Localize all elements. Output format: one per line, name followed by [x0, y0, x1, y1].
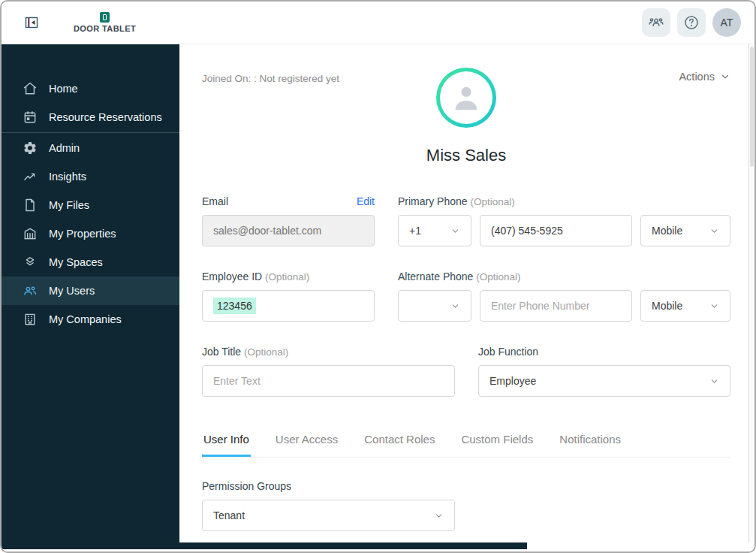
email-field[interactable]: [202, 215, 375, 246]
account-avatar[interactable]: AT: [712, 8, 741, 37]
topbar-right: AT: [642, 8, 741, 37]
sidebar-item-insights[interactable]: Insights: [2, 162, 179, 191]
sidebar-collapse-button[interactable]: [23, 14, 41, 32]
sidebar-item-label: Admin: [49, 142, 80, 154]
sidebar-item-resource-reservations[interactable]: Resource Reservations: [2, 103, 179, 131]
scrollbar-thumb[interactable]: [750, 47, 754, 167]
users-icon: [23, 283, 38, 298]
employee-id-field[interactable]: 123456: [202, 290, 375, 322]
calendar-icon: [23, 110, 38, 125]
person-silhouette-icon: [449, 80, 483, 115]
gear-icon: [23, 141, 38, 156]
footer-strip: [2, 542, 754, 551]
logo-text: DOOR TABLET: [74, 24, 136, 33]
sidebar-item-label: My Properties: [49, 228, 116, 240]
primary-country-code-select[interactable]: +1: [398, 215, 471, 246]
sidebar-item-label: My Spaces: [49, 256, 103, 268]
primary-phone-optional: (Optional): [470, 196, 514, 207]
sidebar-item-my-spaces[interactable]: My Spaces: [2, 248, 179, 276]
sidebar-item-my-users[interactable]: My Users: [2, 276, 179, 305]
door-tablet-logo[interactable]: DOOR TABLET: [74, 12, 136, 33]
job-title-input[interactable]: [202, 365, 455, 397]
permission-groups-select[interactable]: Tenant: [202, 500, 455, 531]
chevron-down-icon: [709, 376, 719, 386]
alternate-phone-optional: (Optional): [476, 271, 520, 283]
sidebar-item-admin[interactable]: Admin: [2, 134, 179, 162]
sidebar-item-my-properties[interactable]: My Properties: [2, 219, 179, 248]
home-icon: [23, 81, 38, 96]
tab-user-access[interactable]: User Access: [274, 433, 339, 457]
chevron-down-icon: [450, 301, 460, 311]
sidebar-item-label: My Files: [49, 199, 89, 211]
sidebar-item-label: Resource Reservations: [49, 111, 162, 123]
question-circle-icon: [683, 14, 700, 31]
sidebar-divider: [2, 132, 179, 133]
sidebar: Home Resource Reservations Admin Insight: [2, 44, 179, 542]
sidebar-item-label: Home: [49, 83, 78, 95]
alternate-phone-input[interactable]: [480, 290, 632, 322]
user-form: Email Edit Primary Phone (Optional): [202, 195, 730, 397]
sidebar-item-my-files[interactable]: My Files: [2, 191, 179, 219]
primary-phone-label: Primary Phone: [398, 195, 468, 207]
employee-id-label: Employee ID: [202, 270, 262, 283]
app-window: DOOR TABLET: [0, 0, 756, 553]
sidebar-item-label: My Companies: [49, 313, 122, 325]
employee-id-value: 123456: [213, 298, 256, 314]
middle-region: Home Resource Reservations Admin Insight: [2, 44, 754, 542]
chevron-down-icon: [709, 226, 719, 236]
job-title-label: Job Title: [202, 346, 241, 358]
layers-icon: [23, 255, 38, 270]
sidebar-item-home[interactable]: Home: [2, 74, 179, 103]
joined-on-text: Joined On: : Not registered yet: [202, 73, 339, 84]
permission-groups-label: Permission Groups: [202, 480, 291, 492]
main-content: Joined On: : Not registered yet Actions …: [179, 44, 754, 542]
profile-header: Joined On: : Not registered yet Actions: [202, 68, 730, 128]
sidebar-item-label: My Users: [49, 285, 95, 297]
building-icon: [23, 226, 38, 241]
sidebar-item-label: Insights: [49, 171, 86, 183]
profile-name: Miss Sales: [202, 146, 730, 165]
avatar-initials: AT: [721, 17, 733, 29]
job-function-label: Job Function: [478, 346, 538, 358]
profile-tabs: User Info User Access Contact Roles Cust…: [202, 433, 730, 458]
alternate-country-code-select[interactable]: [398, 290, 471, 322]
actions-label: Actions: [679, 71, 715, 83]
door-tablet-logo-icon: [100, 12, 110, 23]
vertical-scrollbar[interactable]: [748, 44, 754, 542]
tab-notifications[interactable]: Notifications: [558, 433, 622, 457]
help-button[interactable]: [677, 8, 706, 37]
actions-dropdown[interactable]: Actions: [679, 71, 730, 83]
permission-groups-group: Permission Groups Tenant: [202, 480, 455, 531]
alternate-phone-label: Alternate Phone: [398, 270, 473, 283]
tab-custom-fields[interactable]: Custom Fields: [459, 433, 535, 457]
alternate-phone-type-select[interactable]: Mobile: [640, 290, 730, 322]
insights-icon: [23, 169, 38, 184]
job-function-select[interactable]: Employee: [478, 365, 730, 397]
job-title-optional: (Optional): [244, 346, 288, 358]
tab-contact-roles[interactable]: Contact Roles: [363, 433, 436, 457]
email-label: Email: [202, 195, 228, 207]
people-group-icon: [648, 14, 664, 31]
profile-avatar: [436, 68, 496, 128]
primary-phone-input[interactable]: [480, 215, 632, 246]
chevron-down-icon: [450, 226, 460, 236]
primary-phone-type-select[interactable]: Mobile: [640, 215, 730, 246]
user-groups-button[interactable]: [642, 8, 670, 37]
footer-dark-strip: [2, 542, 527, 549]
employee-id-optional: (Optional): [265, 271, 309, 283]
chevron-down-icon: [720, 71, 730, 82]
chevron-down-icon: [709, 301, 719, 311]
email-edit-link[interactable]: Edit: [357, 195, 375, 207]
sidebar-item-my-companies[interactable]: My Companies: [2, 305, 179, 334]
chevron-down-icon: [434, 511, 444, 521]
tab-user-info[interactable]: User Info: [202, 433, 251, 457]
file-icon: [23, 198, 38, 213]
office-icon: [23, 312, 38, 327]
panel-collapse-icon: [24, 15, 39, 30]
topbar: DOOR TABLET: [2, 2, 754, 44]
